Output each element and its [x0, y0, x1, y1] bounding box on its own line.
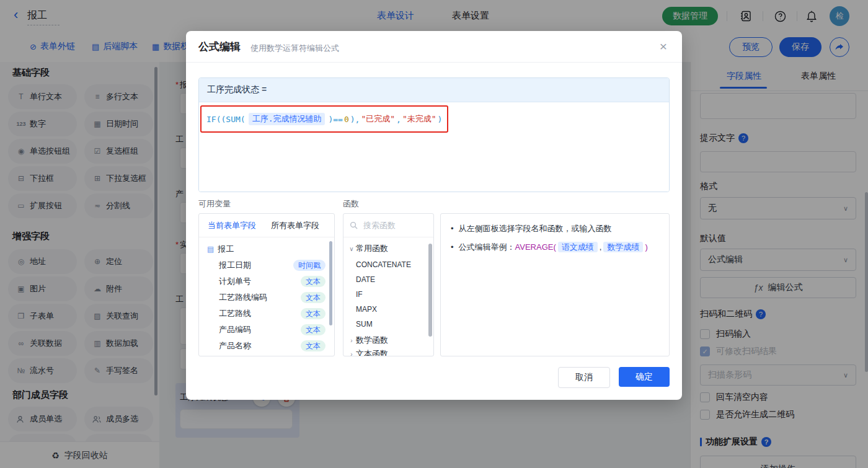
formula-token: )==: [328, 115, 342, 124]
variable-row[interactable]: 产品编码 文本: [199, 322, 334, 338]
variable-row[interactable]: 产品名称 文本: [199, 338, 334, 354]
formula-editor-modal: 公式编辑 使用数学运算符编辑公式 × 工序完成状态 = IF((SUM( 工序.…: [186, 31, 682, 400]
formula-token: ,: [396, 115, 401, 124]
variables-scrollbar[interactable]: [329, 241, 332, 325]
caret-right-icon: ›: [347, 351, 356, 357]
confirm-button[interactable]: 确定: [619, 367, 670, 387]
formula-variable-chip: 工序.完成情况辅助: [249, 113, 326, 125]
formula-token: ),: [350, 115, 360, 124]
functions-scrollbar[interactable]: [428, 244, 432, 337]
variables-tabs: 当前表单字段 所有表单字段: [199, 214, 334, 237]
function-search-row: [343, 214, 433, 237]
type-badge: 文本: [301, 324, 326, 335]
formula-string-token: "未完成": [402, 113, 436, 125]
screen: ‹ 报工 表单设计 表单设置 数据管理: [0, 0, 868, 468]
divider: [186, 62, 682, 63]
function-group-common[interactable]: ∨ 常用函数: [343, 241, 433, 256]
search-icon: [350, 221, 358, 229]
close-icon[interactable]: ×: [660, 40, 667, 53]
tab-current-form-fields[interactable]: 当前表单字段: [208, 220, 256, 231]
functions-pane: ∨ 常用函数 CONCATENATE DATE IF MAPX SUM › 数学…: [343, 213, 434, 356]
function-item[interactable]: IF: [343, 287, 433, 302]
tab-all-form-fields[interactable]: 所有表单字段: [271, 220, 319, 231]
variable-row[interactable]: 工艺路线 文本: [199, 306, 334, 322]
variable-row[interactable]: 计划单号 文本: [199, 273, 334, 289]
type-badge: 文本: [301, 276, 326, 287]
tip-example-line: • 公式编辑举例：AVERAGE(语文成绩,数学成绩): [451, 241, 659, 254]
formula-string-token: "已完成": [361, 113, 395, 125]
formula-target-strip: 工序完成状态 =: [199, 78, 669, 102]
formula-number-token: 0: [344, 115, 349, 124]
tips-pane: • 从左侧面板选择字段名和函数，或输入函数 • 公式编辑举例：AVERAGE(语…: [440, 213, 670, 356]
function-group-text[interactable]: › 文本函数: [343, 347, 433, 356]
function-item[interactable]: DATE: [343, 272, 433, 287]
formula-box: 工序完成状态 = IF((SUM( 工序.完成情况辅助 )== 0 ), "已完…: [198, 77, 670, 192]
modal-title: 公式编辑: [198, 40, 241, 54]
type-badge: 文本: [301, 308, 326, 319]
tree-root-row[interactable]: ▤ 报工: [199, 241, 334, 257]
variables-label: 可用变量: [198, 198, 231, 210]
modal-subtitle: 使用数学运算符编辑公式: [250, 43, 339, 54]
function-group-math[interactable]: › 数学函数: [343, 333, 433, 348]
formula-highlight-box: IF((SUM( 工序.完成情况辅助 )== 0 ), "已完成" , "未完成…: [200, 105, 448, 133]
function-item[interactable]: SUM: [343, 317, 433, 332]
caret-down-icon: ∨: [347, 245, 356, 252]
type-badge: 时间戳: [293, 260, 326, 271]
example-variable-chip: 语文成绩: [558, 242, 598, 252]
function-item[interactable]: CONCATENATE: [343, 257, 433, 272]
cancel-button[interactable]: 取消: [558, 367, 610, 388]
caret-right-icon: ›: [347, 337, 356, 344]
functions-label: 函数: [343, 198, 359, 210]
form-doc-icon: ▤: [207, 245, 214, 254]
variable-row[interactable]: 工艺路线编码 文本: [199, 289, 334, 306]
formula-token: ): [438, 115, 443, 124]
formula-token: IF((SUM(: [206, 115, 246, 124]
tip-line: • 从左侧面板选择字段名和函数，或输入函数: [451, 223, 659, 235]
type-badge: 文本: [301, 292, 326, 303]
variable-row[interactable]: 报工日期 时间戳: [199, 257, 334, 273]
type-badge: 文本: [301, 340, 326, 351]
function-item[interactable]: MAPX: [343, 302, 433, 317]
formula-code-area[interactable]: IF((SUM( 工序.完成情况辅助 )== 0 ), "已完成" , "未完成…: [199, 102, 669, 192]
example-variable-chip: 数学成绩: [603, 242, 643, 252]
formula-target-field: 工序完成状态 =: [207, 84, 267, 95]
variables-pane: 当前表单字段 所有表单字段 ▤ 报工 报工日期 时间戳 计划单号 文本 工艺路线…: [198, 213, 335, 356]
function-search-input[interactable]: [362, 220, 420, 231]
